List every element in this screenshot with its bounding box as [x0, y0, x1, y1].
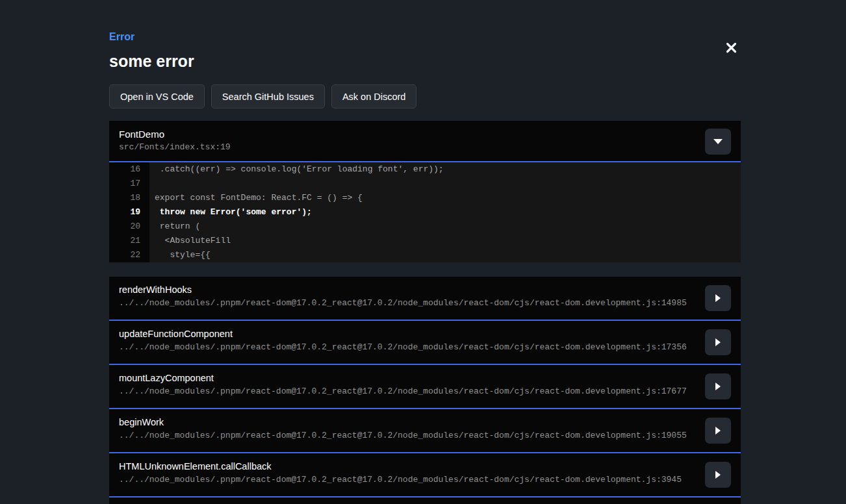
source-code-frame: FontDemo src/Fonts/index.tsx:19 16 .catc…	[109, 121, 741, 262]
collapse-frame-button[interactable]	[705, 129, 731, 155]
caret-down-icon	[713, 139, 723, 144]
error-message: some error	[109, 52, 741, 71]
stack-frame: updateFunctionComponent ../../node_modul…	[109, 321, 741, 365]
code-line-number: 20	[109, 220, 149, 234]
code-block: 16 .catch((err) => console.log('Error lo…	[109, 162, 741, 262]
code-line-text: .catch((err) => console.log('Error loadi…	[149, 162, 444, 177]
code-line-number: 19	[109, 205, 149, 220]
source-frame-location: src/Fonts/index.tsx:19	[119, 142, 730, 152]
code-line-text: return (	[149, 220, 200, 234]
code-line-text: style={{	[149, 248, 211, 262]
stack-frame: HTMLUnknownElement.callCallback ../../no…	[109, 453, 741, 498]
expand-frame-button[interactable]	[705, 329, 731, 355]
stack-frame-function: HTMLUnknownElement.callCallback	[119, 461, 730, 472]
caret-right-icon	[715, 294, 721, 302]
code-line-number: 21	[109, 234, 149, 248]
stack-frame-location: ../../node_modules/.pnpm/react-dom@17.0.…	[119, 431, 730, 440]
code-line: 20 return (	[109, 220, 741, 234]
code-line: 19 throw new Error('some error');	[109, 205, 741, 220]
search-github-issues-button[interactable]: Search GitHub Issues	[211, 84, 325, 108]
code-line-text: <AbsoluteFill	[149, 234, 231, 248]
open-in-vscode-button[interactable]: Open in VS Code	[109, 84, 205, 108]
expand-frame-button[interactable]	[705, 418, 731, 444]
action-buttons: Open in VS Code Search GitHub Issues Ask…	[109, 84, 741, 108]
error-overlay: { "colors": { "background": "#1c2027", "…	[0, 0, 846, 504]
stack-frame-location: ../../node_modules/.pnpm/react-dom@17.0.…	[119, 342, 730, 352]
code-line-number: 18	[109, 191, 149, 205]
close-button[interactable]	[723, 40, 739, 55]
code-line-number: 22	[109, 248, 149, 262]
stack-frame-location: ../../node_modules/.pnpm/react-dom@17.0.…	[119, 475, 730, 485]
source-frame-function: FontDemo	[119, 129, 730, 140]
expand-frame-button[interactable]	[705, 373, 731, 399]
expand-frame-button[interactable]	[705, 462, 731, 488]
ask-on-discord-button[interactable]: Ask on Discord	[331, 84, 417, 108]
caret-right-icon	[715, 427, 721, 435]
code-line: 21 <AbsoluteFill	[109, 234, 741, 248]
stack-frame-function: updateFunctionComponent	[119, 329, 730, 339]
source-frame-header: FontDemo src/Fonts/index.tsx:19	[109, 121, 741, 162]
code-line: 17	[109, 177, 741, 191]
error-overlay-content: Error some error Open in VS Code Search …	[109, 31, 741, 504]
error-type-label: Error	[109, 31, 741, 43]
code-line-text: throw new Error('some error');	[149, 205, 312, 220]
code-line-text	[149, 177, 155, 191]
stack-frame-function: renderWithHooks	[119, 284, 730, 295]
caret-right-icon	[715, 383, 721, 390]
code-line: 18 export const FontDemo: React.FC = () …	[109, 191, 741, 205]
expand-frame-button[interactable]	[705, 285, 731, 311]
stack-frame: beginWork ../../node_modules/.pnpm/react…	[109, 409, 741, 453]
stack-frame-function: mountLazyComponent	[119, 373, 730, 383]
code-line-number: 16	[109, 162, 149, 177]
code-line-number: 17	[109, 177, 149, 191]
stack-frame-partial	[109, 498, 741, 504]
code-line-text: export const FontDemo: React.FC = () => …	[149, 191, 363, 205]
close-icon	[726, 42, 737, 53]
code-line: 16 .catch((err) => console.log('Error lo…	[109, 162, 741, 177]
stack-frame: mountLazyComponent ../../node_modules/.p…	[109, 365, 741, 409]
stack-trace-list: renderWithHooks ../../node_modules/.pnpm…	[109, 277, 741, 498]
code-line: 22 style={{	[109, 248, 741, 262]
caret-right-icon	[715, 471, 721, 479]
stack-frame-function: beginWork	[119, 417, 730, 427]
stack-frame-location: ../../node_modules/.pnpm/react-dom@17.0.…	[119, 298, 730, 308]
caret-right-icon	[715, 338, 721, 346]
stack-frame: renderWithHooks ../../node_modules/.pnpm…	[109, 277, 741, 321]
stack-frame-location: ../../node_modules/.pnpm/react-dom@17.0.…	[119, 386, 730, 396]
